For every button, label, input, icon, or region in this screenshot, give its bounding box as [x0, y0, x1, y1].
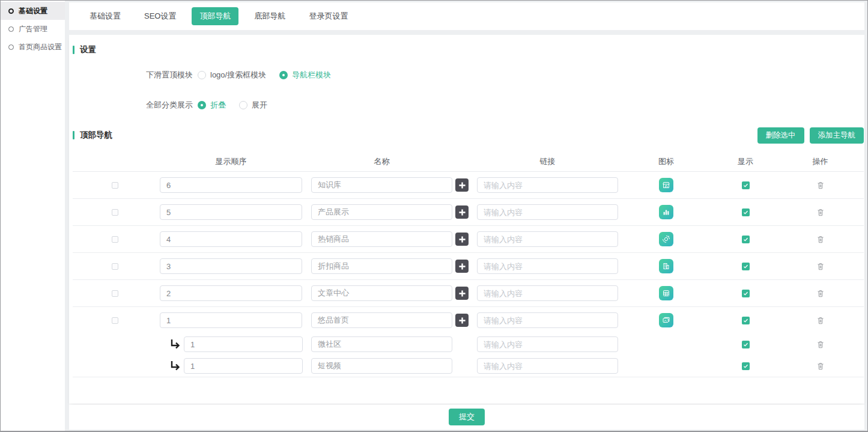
add-sub-nav-button[interactable]	[455, 314, 469, 327]
sidebar-item-home-product-settings[interactable]: 首页商品设置	[1, 38, 65, 56]
nav-icon-article-center[interactable]	[659, 286, 673, 300]
table-header: 显示顺序 名称 链接 图标 显示 操作	[73, 151, 864, 172]
delete-row-button[interactable]	[816, 208, 825, 217]
check-icon	[743, 364, 748, 369]
row-select-checkbox[interactable]	[112, 317, 118, 324]
check-icon	[743, 237, 748, 242]
order-input[interactable]	[160, 258, 302, 274]
delete-selected-button[interactable]: 删除选中	[757, 127, 804, 144]
name-input[interactable]	[311, 312, 452, 328]
sub-order-input[interactable]	[184, 358, 303, 374]
tabs-bar: 基础设置 SEO设置 顶部导航 底部导航 登录页设置	[69, 2, 864, 30]
delete-row-button[interactable]	[816, 262, 825, 271]
table-row	[73, 253, 864, 280]
sidebar-item-ad-management[interactable]: 广告管理	[1, 20, 65, 38]
show-checkbox[interactable]	[742, 290, 750, 297]
delete-row-button[interactable]	[816, 316, 825, 325]
nav-section-header: 顶部导航 删除选中 添加主导航	[73, 127, 864, 144]
add-sub-nav-button[interactable]	[455, 260, 469, 273]
column-header-show: 显示	[714, 156, 777, 167]
radio-option-navbar-module[interactable]: 导航栏模块	[279, 70, 331, 81]
row-select-checkbox[interactable]	[112, 209, 118, 216]
link-input[interactable]	[477, 204, 618, 220]
row-select-checkbox[interactable]	[112, 236, 118, 243]
row-select-checkbox[interactable]	[112, 182, 118, 189]
link-input[interactable]	[477, 312, 618, 328]
name-input[interactable]	[311, 177, 452, 193]
add-sub-nav-button[interactable]	[455, 178, 469, 192]
delete-row-button[interactable]	[816, 235, 825, 244]
sidebar-item-label: 广告管理	[19, 24, 47, 34]
show-checkbox[interactable]	[742, 236, 750, 243]
show-checkbox[interactable]	[742, 208, 750, 216]
tab-login-page-settings[interactable]: 登录页设置	[301, 7, 356, 25]
order-input[interactable]	[160, 312, 302, 328]
link-input[interactable]	[477, 177, 618, 193]
link-input[interactable]	[477, 285, 618, 301]
radio-icon[interactable]	[198, 71, 206, 79]
nav-icon-homepage[interactable]	[659, 313, 673, 327]
sub-order-input[interactable]	[184, 336, 303, 352]
tab-basic-settings[interactable]: 基础设置	[82, 7, 129, 25]
sub-link-input[interactable]	[477, 336, 618, 352]
trash-icon	[816, 208, 825, 217]
tab-seo-settings[interactable]: SEO设置	[136, 7, 184, 25]
sub-name-input[interactable]	[311, 358, 452, 374]
nav-icon-knowledge-base[interactable]	[659, 178, 673, 192]
name-input[interactable]	[311, 285, 452, 301]
radio-icon[interactable]	[239, 101, 247, 109]
add-sub-nav-button[interactable]	[455, 205, 469, 219]
show-checkbox[interactable]	[742, 317, 750, 324]
sidebar-item-basic-settings[interactable]: 基础设置	[1, 2, 65, 20]
tab-bottom-navigation[interactable]: 底部导航	[246, 7, 293, 25]
show-checkbox[interactable]	[742, 181, 750, 189]
nav-table: 显示顺序 名称 链接 图标 显示 操作	[73, 151, 864, 377]
show-checkbox[interactable]	[742, 263, 750, 270]
radio-icon[interactable]	[279, 71, 288, 79]
nav-icon-discount[interactable]	[659, 259, 673, 273]
app-frame: 基础设置 广告管理 首页商品设置 基础设置 SEO设置 顶部导航 底部导航 登录…	[0, 0, 868, 432]
plus-icon	[458, 208, 466, 216]
show-checkbox[interactable]	[742, 341, 750, 348]
nav-icon-product-display[interactable]	[659, 205, 673, 219]
tab-top-navigation[interactable]: 顶部导航	[192, 7, 238, 25]
show-checkbox[interactable]	[742, 362, 750, 370]
order-input[interactable]	[160, 204, 302, 220]
plus-icon	[458, 236, 466, 243]
delete-row-button[interactable]	[816, 289, 825, 298]
radio-icon[interactable]	[198, 101, 206, 109]
name-input[interactable]	[311, 231, 452, 247]
radio-option-expand[interactable]: 展开	[239, 100, 267, 111]
field-all-category-display: 全部分类展示 折叠 展开	[69, 100, 864, 111]
order-input[interactable]	[160, 231, 302, 247]
name-input[interactable]	[311, 258, 452, 274]
add-sub-nav-button[interactable]	[455, 287, 469, 300]
link-input[interactable]	[477, 258, 618, 274]
column-header-action: 操作	[777, 156, 864, 167]
order-input[interactable]	[160, 177, 302, 193]
delete-row-button[interactable]	[816, 340, 825, 349]
row-select-checkbox[interactable]	[112, 290, 118, 297]
table-row	[73, 199, 864, 226]
nav-icon-hot-sale[interactable]	[659, 232, 673, 246]
sub-name-input[interactable]	[311, 336, 452, 352]
delete-row-button[interactable]	[816, 362, 825, 371]
circle-icon	[8, 44, 14, 50]
sub-link-input[interactable]	[477, 358, 618, 374]
radio-option-collapse[interactable]: 折叠	[198, 100, 226, 111]
row-select-checkbox[interactable]	[112, 263, 118, 270]
sidebar-item-label: 首页商品设置	[19, 42, 62, 52]
check-icon	[743, 210, 748, 215]
add-main-nav-button[interactable]: 添加主导航	[810, 127, 864, 144]
radio-option-logo-search-module[interactable]: logo/搜索框模块	[198, 70, 266, 81]
order-input[interactable]	[160, 285, 302, 301]
add-sub-nav-button[interactable]	[455, 233, 469, 246]
column-header-name: 名称	[311, 156, 452, 167]
submit-button[interactable]: 提交	[449, 409, 485, 425]
trash-icon	[816, 316, 825, 325]
delete-row-button[interactable]	[816, 181, 825, 190]
field-scroll-top-module: 下滑置顶模块 logo/搜索框模块 导航栏模块	[69, 70, 864, 81]
link-input[interactable]	[477, 231, 618, 247]
table-row	[73, 226, 864, 253]
name-input[interactable]	[311, 204, 452, 220]
